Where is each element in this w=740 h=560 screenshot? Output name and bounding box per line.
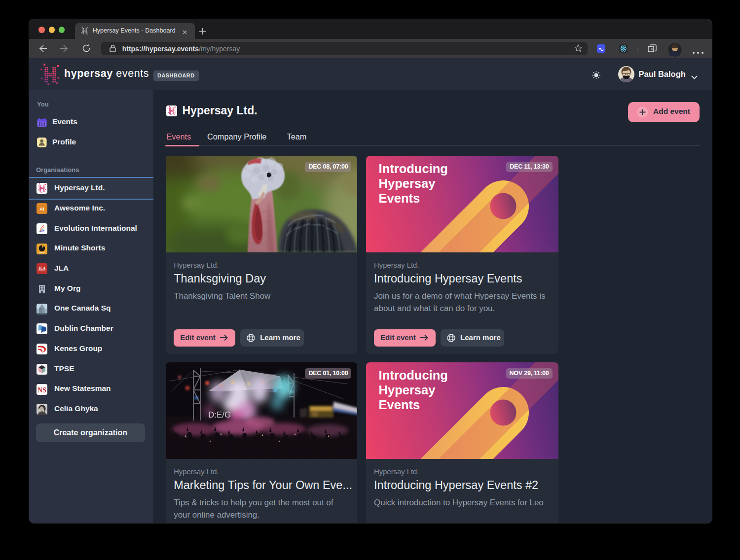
svg-text:JLA: JLA — [38, 266, 46, 271]
svg-text:TALKS MUSIC: TALKS MUSIC — [38, 272, 45, 273]
svg-text:AI: AI — [39, 206, 44, 211]
svg-text:NS: NS — [37, 386, 46, 393]
svg-text:minute: minute — [39, 251, 45, 253]
svg-text:D:E/G: D:E/G — [208, 410, 231, 420]
